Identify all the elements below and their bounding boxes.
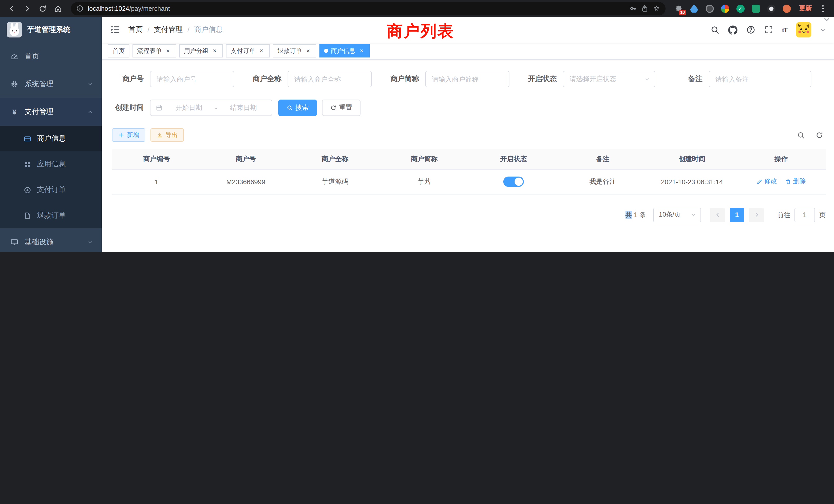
toggle-search-button[interactable]	[794, 128, 807, 142]
browser-back-button[interactable]	[5, 2, 19, 15]
sidebar-logo[interactable]: 芋道管理系统	[0, 17, 102, 43]
payment-submenu: 商户信息 应用信息 支付订单 退款订单	[0, 126, 102, 228]
sidebar-toggle-icon[interactable]	[110, 25, 120, 35]
extension-doc-icon[interactable]	[751, 4, 761, 13]
extension-fan-icon[interactable]	[766, 4, 776, 13]
breadcrumb: 首页 / 支付管理 / 商户信息	[128, 25, 223, 35]
active-tab-dot	[324, 49, 328, 53]
tab-user-group[interactable]: 用户分组×	[179, 44, 223, 58]
browser-home-button[interactable]	[51, 2, 65, 15]
status-toggle[interactable]	[503, 177, 524, 187]
merchant-table: 商户编号 商户号 商户全称 商户简称 开启状态 备注 创建时间 操作 1	[112, 149, 826, 194]
goto-page-input[interactable]	[794, 208, 815, 222]
font-size-icon[interactable]: tT	[782, 26, 787, 33]
cell-full-name: 芋道源码	[290, 169, 380, 194]
extension-multicolor-icon[interactable]	[720, 4, 730, 13]
address-bar[interactable]: localhost:1024/pay/merchant	[71, 2, 665, 15]
sidebar-item-merchant-info[interactable]: 商户信息	[0, 126, 102, 152]
reset-button[interactable]: 重置	[322, 99, 360, 116]
date-start-placeholder: 开始日期	[166, 103, 212, 112]
browser-update-button[interactable]: 更新	[799, 4, 812, 13]
avatar-caret-icon[interactable]	[820, 27, 826, 32]
extension-check-icon[interactable]: ✓	[736, 4, 745, 13]
full-name-input[interactable]	[288, 71, 372, 87]
github-icon[interactable]	[728, 25, 737, 35]
bookmark-star-icon[interactable]	[653, 5, 660, 12]
extension-drop-icon[interactable]	[689, 4, 699, 13]
tab-process-form[interactable]: 流程表单×	[132, 44, 176, 58]
refresh-table-button[interactable]	[812, 128, 826, 142]
breadcrumb-separator: /	[188, 26, 190, 34]
fullscreen-icon[interactable]	[764, 25, 773, 35]
browser-reload-button[interactable]	[36, 2, 49, 15]
user-avatar[interactable]	[796, 22, 811, 38]
url-text: localhost:1024/pay/merchant	[88, 5, 170, 12]
tab-label: 商户信息	[331, 46, 355, 55]
extension-dark-circle-icon[interactable]	[705, 4, 714, 13]
browser-menu-icon[interactable]	[818, 5, 827, 12]
monitor-icon	[10, 238, 19, 246]
search-button[interactable]: 搜索	[278, 99, 317, 116]
prev-page-button[interactable]	[710, 208, 725, 222]
sidebar-item-home[interactable]: 首页	[0, 43, 102, 70]
col-short-name: 商户简称	[380, 149, 469, 169]
select-placeholder: 请选择开启状态	[570, 74, 616, 84]
tab-home[interactable]: 首页	[108, 44, 129, 58]
tab-close-icon[interactable]: ×	[305, 47, 312, 54]
filter-row-1: 商户号 商户全称 商户简称 开启状态 请选择开启状态	[112, 71, 826, 87]
sidebar-item-app-info[interactable]: 应用信息	[0, 152, 102, 177]
download-icon	[157, 132, 163, 138]
profile-avatar-icon[interactable]	[782, 4, 791, 13]
merchant-no-input[interactable]	[150, 71, 234, 87]
edit-button[interactable]: 修改	[756, 177, 777, 186]
help-icon[interactable]	[746, 25, 755, 35]
tags-view: 首页 流程表单× 用户分组× 支付订单× 退款订单× 商户信息×	[102, 43, 834, 60]
trash-icon	[785, 179, 791, 185]
sidebar-item-refund-order[interactable]: 退款订单	[0, 203, 102, 228]
table-toolbar: 新增 导出	[112, 128, 826, 142]
breadcrumb-payment[interactable]: 支付管理	[154, 25, 183, 35]
sidebar-item-infra[interactable]: 基础设施	[0, 228, 102, 252]
date-range-picker[interactable]: 开始日期 - 结束日期	[150, 99, 272, 116]
tab-refund-order[interactable]: 退款订单×	[273, 44, 316, 58]
tab-close-icon[interactable]: ×	[258, 47, 265, 54]
app-shell: 芋道管理系统 首页 系统管理 ¥ 支付管理 商户信息	[0, 17, 834, 252]
remark-input[interactable]	[709, 71, 811, 87]
export-button[interactable]: 导出	[151, 128, 184, 142]
toolbar-overflow-caret-icon[interactable]	[824, 18, 830, 22]
sidebar-item-label: 基础设施	[25, 238, 81, 247]
cell-remark: 我是备注	[558, 169, 648, 194]
field-label: 商户全称	[249, 74, 281, 84]
delete-button[interactable]: 删除	[785, 177, 806, 186]
sidebar-item-payment[interactable]: ¥ 支付管理	[0, 98, 102, 126]
date-separator: -	[215, 104, 218, 112]
sidebar-item-system[interactable]: 系统管理	[0, 70, 102, 98]
page-number-button[interactable]: 1	[730, 208, 744, 222]
site-info-icon[interactable]	[76, 5, 84, 12]
sidebar-item-label: 支付订单	[37, 185, 66, 194]
main-panel: 首页 / 支付管理 / 商户信息 商户列表 tT	[102, 17, 834, 252]
extension-puzzle-icon[interactable]: 10	[674, 4, 683, 13]
add-button[interactable]: 新增	[112, 128, 145, 142]
tab-close-icon[interactable]: ×	[211, 47, 218, 54]
tab-merchant-info[interactable]: 商户信息×	[320, 44, 370, 58]
tab-close-icon[interactable]: ×	[164, 47, 172, 54]
sidebar: 芋道管理系统 首页 系统管理 ¥ 支付管理 商户信息	[0, 17, 102, 252]
chevron-down-icon	[87, 81, 93, 87]
browser-forward-button[interactable]	[21, 2, 34, 15]
next-page-button[interactable]	[749, 208, 764, 222]
dashboard-icon	[10, 52, 19, 61]
sidebar-item-pay-order[interactable]: 支付订单	[0, 177, 102, 203]
page-size-select[interactable]: 10条/页	[653, 208, 701, 222]
share-icon[interactable]	[641, 5, 649, 12]
short-name-input[interactable]	[425, 71, 509, 87]
tab-pay-order[interactable]: 支付订单×	[226, 44, 270, 58]
tab-close-icon[interactable]: ×	[358, 47, 365, 54]
status-select[interactable]: 请选择开启状态	[563, 71, 655, 87]
filter-short-name: 商户简称	[387, 71, 509, 87]
url-path: /pay/merchant	[129, 5, 170, 12]
breadcrumb-home[interactable]: 首页	[128, 25, 143, 35]
button-label: 删除	[793, 177, 806, 186]
password-key-icon[interactable]	[629, 5, 637, 12]
search-icon[interactable]	[710, 25, 719, 35]
